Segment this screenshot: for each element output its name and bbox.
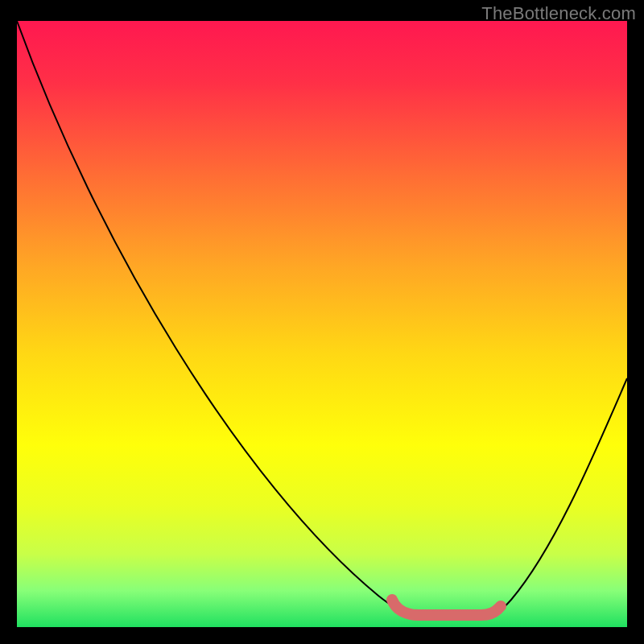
- bottleneck-chart: TheBottleneck.com: [0, 0, 644, 644]
- chart-svg: [0, 0, 644, 644]
- marker-dot: [495, 601, 506, 612]
- watermark-text: TheBottleneck.com: [481, 3, 636, 24]
- plot-area: [17, 21, 627, 627]
